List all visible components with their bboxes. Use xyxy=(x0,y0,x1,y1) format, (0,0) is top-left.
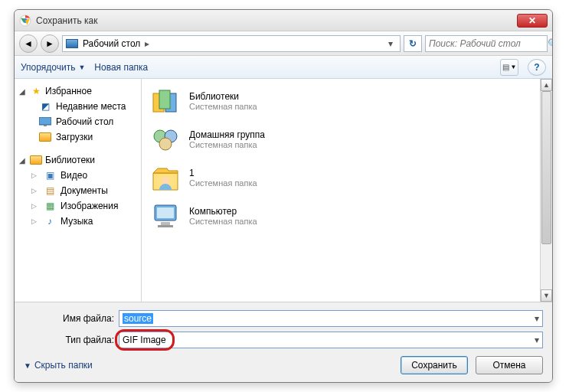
list-item[interactable]: Домашняя группаСистемная папка xyxy=(149,123,544,155)
sidebar-item-label: Документы xyxy=(60,185,108,196)
filetype-row: Тип файла: GIF Image ▾ xyxy=(24,332,543,348)
sidebar-item-recent[interactable]: ◩ Недавние места xyxy=(15,99,141,114)
scroll-down-button[interactable]: ▼ xyxy=(541,289,552,302)
save-button[interactable]: Сохранить xyxy=(401,356,468,374)
close-button[interactable]: ✕ xyxy=(517,14,548,28)
window-title: Сохранить как xyxy=(36,15,517,26)
sidebar-item-desktop[interactable]: Рабочий стол xyxy=(15,114,141,129)
pictures-icon: ▦ xyxy=(44,200,56,212)
favorites-group: ◢ ★ Избранное ◩ Недавние места Рабочий с… xyxy=(15,83,141,145)
back-button[interactable]: ◄ xyxy=(19,34,38,53)
address-dropdown-button[interactable]: ▾ xyxy=(384,38,397,49)
help-button[interactable]: ? xyxy=(528,59,546,76)
item-name: Компьютер xyxy=(189,206,257,217)
scroll-up-button[interactable]: ▲ xyxy=(541,79,552,91)
favorites-header[interactable]: ◢ ★ Избранное xyxy=(15,83,141,99)
music-icon: ♪ xyxy=(44,215,56,227)
new-folder-button[interactable]: Новая папка xyxy=(94,62,148,73)
sidebar-item-label: Загрузки xyxy=(56,132,93,142)
filename-input[interactable]: source ▾ xyxy=(119,310,543,327)
svg-point-9 xyxy=(159,138,172,150)
expand-icon: ▷ xyxy=(31,217,39,225)
expand-icon: ▷ xyxy=(31,202,39,210)
svg-rect-14 xyxy=(158,225,173,227)
view-icon: ▤ xyxy=(502,63,509,71)
star-icon: ★ xyxy=(30,85,42,97)
sidebar-item-label: Музыка xyxy=(60,216,93,227)
libraries-label: Библиотеки xyxy=(45,155,95,165)
organize-button[interactable]: Упорядочить ▼ xyxy=(21,62,85,73)
libraries-icon xyxy=(30,154,42,166)
arrow-right-icon: ► xyxy=(45,38,54,49)
sidebar-item-label: Видео xyxy=(60,170,87,181)
sidebar-item-video[interactable]: ▷ ▣ Видео xyxy=(15,168,141,183)
refresh-button[interactable]: ↻ xyxy=(404,35,422,52)
svg-rect-3 xyxy=(44,125,47,126)
recent-icon: ◩ xyxy=(39,100,51,113)
filename-row: Имя файла: source ▾ xyxy=(24,310,543,327)
item-name: Библиотеки xyxy=(189,91,257,102)
sidebar-item-label: Рабочий стол xyxy=(56,116,113,127)
sidebar-item-music[interactable]: ▷ ♪ Музыка xyxy=(15,214,141,229)
dialog-body: ◢ ★ Избранное ◩ Недавние места Рабочий с… xyxy=(15,79,552,302)
filename-label: Имя файла: xyxy=(24,313,114,324)
filetype-select[interactable]: GIF Image ▾ xyxy=(119,332,543,348)
documents-icon: ▤ xyxy=(44,185,56,197)
location-text: Рабочий стол xyxy=(83,38,140,49)
save-as-dialog: Сохранить как ✕ ◄ ► Рабочий стол ▸ ▾ ↻ 🔍… xyxy=(14,9,553,383)
libraries-icon xyxy=(149,85,181,117)
hide-folders-button[interactable]: ▼ Скрыть папки xyxy=(24,360,93,371)
sidebar-item-documents[interactable]: ▷ ▤ Документы xyxy=(15,183,141,198)
titlebar: Сохранить как ✕ xyxy=(15,10,552,31)
new-folder-label: Новая папка xyxy=(94,62,148,73)
sidebar-item-downloads[interactable]: Загрузки xyxy=(15,129,141,145)
desktop-icon xyxy=(39,116,51,128)
navigation-sidebar: ◢ ★ Избранное ◩ Недавние места Рабочий с… xyxy=(15,79,142,302)
expand-icon: ▷ xyxy=(31,172,39,179)
help-icon: ? xyxy=(534,62,539,73)
collapse-icon: ◢ xyxy=(19,87,27,96)
svg-rect-2 xyxy=(39,117,51,125)
favorites-label: Избранное xyxy=(45,86,92,96)
forward-button[interactable]: ► xyxy=(41,34,59,53)
scroll-thumb[interactable] xyxy=(541,91,551,244)
file-list: БиблиотекиСистемная папка Домашняя групп… xyxy=(142,79,552,302)
hide-folders-label: Скрыть папки xyxy=(34,360,93,371)
sidebar-item-pictures[interactable]: ▷ ▦ Изображения xyxy=(15,198,141,214)
content-scrollbar[interactable]: ▲ ▼ xyxy=(540,79,552,302)
arrow-left-icon: ◄ xyxy=(24,38,33,49)
item-subtype: Системная папка xyxy=(189,140,265,149)
chevron-down-icon: ▼ xyxy=(24,361,31,370)
desktop-icon xyxy=(66,39,78,48)
chrome-icon xyxy=(19,15,31,27)
search-input[interactable] xyxy=(429,38,544,49)
user-folder-icon xyxy=(149,162,181,194)
dialog-footer: Имя файла: source ▾ Тип файла: GIF Image… xyxy=(15,302,552,382)
svg-rect-13 xyxy=(161,222,170,225)
item-subtype: Системная папка xyxy=(189,178,257,188)
navigation-bar: ◄ ► Рабочий стол ▸ ▾ ↻ 🔍 xyxy=(15,31,552,56)
svg-rect-6 xyxy=(159,90,170,109)
close-icon: ✕ xyxy=(528,15,536,26)
item-name: 1 xyxy=(189,168,257,178)
view-options-button[interactable]: ▤ ▼ xyxy=(500,59,518,76)
homegroup-icon xyxy=(149,123,181,155)
libraries-header[interactable]: ◢ Библиотеки xyxy=(15,152,141,168)
filename-value: source xyxy=(123,313,153,324)
list-item[interactable]: 1Системная папка xyxy=(149,162,544,194)
organize-label: Упорядочить xyxy=(21,62,75,73)
chevron-down-icon: ▼ xyxy=(511,64,517,70)
search-box[interactable]: 🔍 xyxy=(425,35,548,52)
chevron-down-icon[interactable]: ▾ xyxy=(535,313,539,324)
item-name: Домашняя группа xyxy=(189,129,265,140)
chevron-down-icon[interactable]: ▾ xyxy=(535,335,539,345)
svg-rect-12 xyxy=(157,207,174,218)
list-item[interactable]: БиблиотекиСистемная папка xyxy=(149,85,544,117)
breadcrumb-arrow-icon[interactable]: ▸ xyxy=(145,38,149,49)
sidebar-item-label: Недавние места xyxy=(56,101,126,112)
refresh-icon: ↻ xyxy=(409,38,417,49)
collapse-icon: ◢ xyxy=(19,156,27,165)
cancel-button[interactable]: Отмена xyxy=(476,356,543,374)
list-item[interactable]: КомпьютерСистемная папка xyxy=(149,200,544,232)
address-bar[interactable]: Рабочий стол ▸ ▾ xyxy=(62,35,401,52)
